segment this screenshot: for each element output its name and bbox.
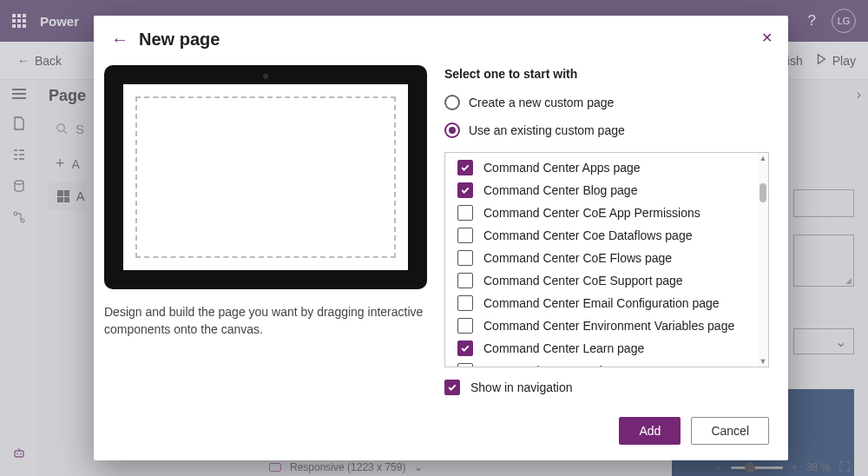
checkbox-icon	[457, 250, 473, 266]
dialog-header: ← New page ✕	[94, 16, 788, 60]
checkbox-icon	[457, 273, 473, 288]
list-item-label: Command Center Environment Variables pag…	[483, 319, 734, 333]
select-heading: Select one to start with	[444, 67, 769, 81]
list-item[interactable]: Command Center Maker Apps	[445, 360, 758, 367]
add-button[interactable]: Add	[619, 417, 681, 445]
scroll-up-icon[interactable]: ▲	[758, 153, 768, 163]
list-item-label: Command Center CoE Support page	[483, 274, 683, 288]
list-item-label: Command Center CoE App Permissions	[483, 206, 700, 220]
checkbox-icon	[457, 295, 473, 311]
new-page-dialog: ← New page ✕ Design and build the page y…	[94, 16, 788, 460]
list-item[interactable]: Command Center CoE Support page	[445, 269, 758, 292]
dialog-caption: Design and build the page you want by dr…	[104, 303, 427, 339]
checkbox-icon	[457, 182, 473, 198]
existing-pages-list: Command Center Apps pageCommand Center B…	[444, 152, 769, 367]
list-item-label: Command Center Blog page	[483, 183, 637, 197]
scroll-down-icon[interactable]: ▼	[758, 356, 768, 367]
list-item[interactable]: Command Center CoE Flows page	[445, 247, 758, 269]
radio-icon	[444, 95, 460, 110]
list-item[interactable]: Command Center Apps page	[445, 156, 758, 179]
checkbox-icon	[457, 340, 473, 356]
dialog-back-button[interactable]: ←	[111, 30, 128, 50]
close-icon[interactable]: ✕	[761, 30, 773, 46]
list-item[interactable]: Command Center Coe Dataflows page	[445, 224, 758, 247]
show-in-nav-checkbox[interactable]: Show in navigation	[444, 380, 769, 395]
list-item[interactable]: Command Center Blog page	[445, 179, 758, 202]
scroll-thumb[interactable]	[760, 183, 766, 202]
list-item[interactable]: Command Center Learn page	[445, 337, 758, 360]
show-in-nav-label: Show in navigation	[470, 380, 573, 394]
list-item-label: Command Center Email Configuration page	[483, 296, 720, 310]
checkbox-icon	[457, 160, 473, 175]
checkbox-icon	[457, 318, 473, 334]
checkbox-icon	[457, 205, 473, 221]
list-item[interactable]: Command Center Environment Variables pag…	[445, 314, 758, 337]
list-item[interactable]: Command Center Email Configuration page	[445, 292, 758, 314]
dialog-title: New page	[139, 30, 220, 50]
checkbox-icon	[457, 363, 473, 367]
camera-dot-icon	[263, 74, 268, 79]
radio-use-existing-label: Use an existing custom page	[469, 123, 625, 137]
list-item[interactable]: Command Center CoE App Permissions	[445, 202, 758, 224]
list-item-label: Command Center Coe Dataflows page	[483, 228, 692, 242]
radio-create-new-label: Create a new custom page	[469, 96, 614, 109]
checkbox-icon	[457, 228, 473, 243]
list-scrollbar[interactable]: ▲ ▼	[758, 153, 768, 367]
cancel-button[interactable]: Cancel	[691, 417, 769, 445]
radio-icon	[444, 122, 460, 138]
radio-create-new[interactable]: Create a new custom page	[444, 95, 769, 110]
dialog-footer: Add Cancel	[94, 405, 788, 460]
device-preview	[104, 65, 427, 289]
list-item-label: Command Center CoE Flows page	[483, 251, 672, 265]
radio-use-existing[interactable]: Use an existing custom page	[444, 122, 769, 138]
list-item-label: Command Center Apps page	[483, 161, 641, 175]
checkbox-icon	[444, 380, 460, 395]
list-item-label: Command Center Learn page	[483, 341, 644, 355]
list-item-label: Command Center Maker Apps	[483, 364, 647, 367]
